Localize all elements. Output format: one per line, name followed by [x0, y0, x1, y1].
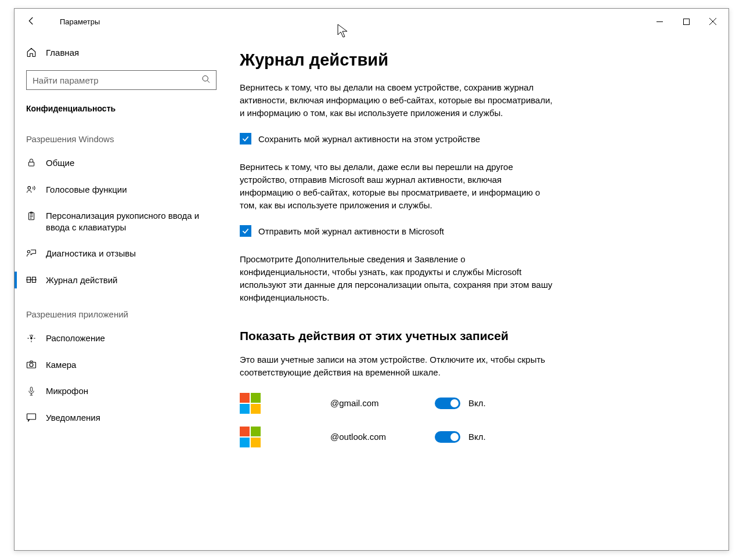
lock-icon	[26, 158, 37, 167]
home-label: Главная	[46, 48, 79, 57]
microphone-icon	[26, 386, 37, 396]
sidebar-item-label: Журнал действий	[46, 274, 117, 286]
sidebar-item-label: Уведомления	[46, 412, 100, 424]
accounts-heading: Показать действия от этих учетных записе…	[240, 329, 705, 343]
sidebar-item-label: Общие	[46, 157, 74, 169]
sidebar-item-label: Голосовые функции	[46, 184, 127, 196]
sidebar-item-diagnostics[interactable]: Диагностика и отзывы	[15, 240, 228, 267]
microsoft-logo-icon	[240, 427, 261, 447]
maximize-button[interactable]	[673, 12, 699, 31]
sidebar-item-label: Микрофон	[46, 385, 88, 397]
svg-rect-1	[683, 19, 689, 24]
sidebar-item-general[interactable]: Общие	[15, 150, 228, 176]
sidebar-item-notifications[interactable]: Уведомления	[15, 404, 228, 431]
speech-icon	[26, 185, 37, 194]
account-toggle[interactable]	[435, 431, 460, 443]
group-windows-permissions: Разрешения Windows	[15, 118, 228, 150]
category-title: Конфиденциальность	[15, 90, 228, 118]
sidebar-item-label: Расположение	[46, 333, 105, 344]
checkbox-store-locally-label: Сохранить мой журнал активности на этом …	[258, 134, 480, 144]
sidebar-item-label: Диагностика и отзывы	[46, 248, 136, 259]
main-content: Журнал действий Вернитесь к тому, что вы…	[228, 34, 728, 550]
page-heading: Журнал действий	[240, 50, 705, 70]
account-email: @gmail.com	[330, 398, 435, 408]
account-toggle-state: Вкл.	[468, 432, 486, 442]
titlebar: Параметры	[15, 9, 728, 34]
location-icon	[26, 333, 37, 344]
sidebar-item-label: Камера	[46, 359, 76, 371]
svg-rect-6	[28, 162, 34, 166]
intro-paragraph-1: Вернитесь к тому, что вы делали на своем…	[240, 81, 553, 119]
microsoft-logo-icon	[240, 393, 261, 414]
camera-icon	[26, 360, 37, 369]
window-title: Параметры	[60, 17, 100, 26]
search-input[interactable]	[26, 70, 217, 90]
back-button[interactable]	[21, 11, 41, 32]
sidebar-item-microphone[interactable]: Микрофон	[15, 378, 228, 404]
sidebar-item-label: Персонализация рукописного ввода и ввода…	[46, 210, 217, 233]
account-row: @gmail.com Вкл.	[240, 393, 705, 414]
intro-paragraph-2: Вернитесь к тому, что вы делали, даже ес…	[240, 161, 553, 211]
sidebar-item-location[interactable]: Расположение	[15, 325, 228, 352]
privacy-paragraph: Просмотрите Дополнительные сведения и За…	[240, 253, 553, 304]
checkbox-send-microsoft[interactable]	[240, 225, 251, 237]
home-icon	[26, 47, 37, 57]
activity-icon	[26, 275, 37, 284]
checkbox-store-locally[interactable]	[240, 133, 251, 144]
sidebar-item-camera[interactable]: Камера	[15, 352, 228, 378]
notifications-icon	[26, 413, 37, 422]
checkbox-send-microsoft-label: Отправить мой журнал активности в Micros…	[258, 226, 444, 236]
home-link[interactable]: Главная	[15, 40, 228, 64]
minimize-button[interactable]	[646, 12, 673, 31]
search-icon	[201, 75, 211, 86]
svg-point-13	[27, 251, 30, 254]
account-toggle-state: Вкл.	[468, 398, 486, 408]
sidebar-item-speech[interactable]: Голосовые функции	[15, 176, 228, 203]
sidebar-item-inking[interactable]: Персонализация рукописного ввода и ввода…	[15, 203, 228, 240]
svg-point-4	[203, 76, 208, 81]
sidebar: Главная Конфиденциальность Разрешения Wi…	[15, 34, 228, 550]
clipboard-icon	[26, 211, 37, 221]
sidebar-item-activity-history[interactable]: Журнал действий	[15, 267, 228, 294]
svg-rect-23	[27, 414, 36, 420]
svg-rect-20	[30, 387, 33, 392]
settings-window: Параметры Главная	[14, 8, 729, 551]
close-button[interactable]	[699, 12, 726, 31]
svg-point-7	[28, 186, 31, 189]
account-email: @outlook.com	[330, 432, 435, 442]
account-toggle[interactable]	[435, 398, 460, 409]
feedback-icon	[26, 248, 37, 258]
accounts-description: Это ваши учетные записи на этом устройст…	[240, 353, 553, 379]
svg-line-5	[207, 81, 210, 83]
account-row: @outlook.com Вкл.	[240, 427, 705, 447]
group-app-permissions: Разрешения приложений	[15, 293, 228, 325]
svg-point-19	[30, 363, 33, 366]
